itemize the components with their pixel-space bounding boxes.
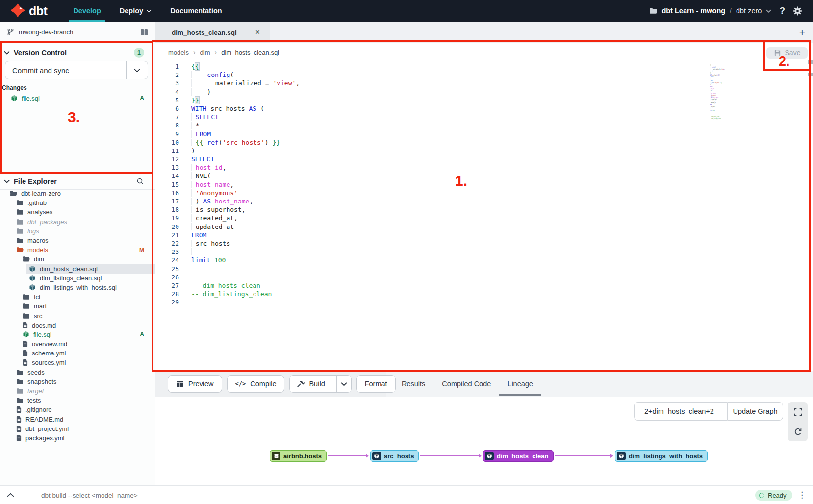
tree-item[interactable]: fct [0,292,155,302]
reset-view-icon[interactable] [788,422,808,441]
code-line[interactable]: 26 [155,273,813,281]
scrollbar-mark [808,73,813,76]
update-graph-button[interactable]: Update Graph [727,402,783,421]
tree-item[interactable]: tests [0,396,155,405]
tree-item[interactable]: overview.md [0,339,155,349]
code-line[interactable]: 12SELECT [155,155,813,163]
tree-item[interactable]: dbt_packages [0,217,155,227]
tree-item[interactable]: src [0,311,155,320]
tree-item[interactable]: snapshots [0,377,155,386]
chevron-up-icon[interactable] [7,493,14,497]
tab-lineage[interactable]: Lineage [508,371,533,397]
tree-item[interactable]: mart [0,302,155,311]
tree-item[interactable]: dim_listings_clean.sql [0,274,155,283]
tree-item[interactable]: seeds [0,368,155,377]
help-button[interactable]: ? [778,5,786,16]
code-line[interactable]: 22 src_hosts [155,239,813,248]
code-line[interactable]: 10 {{ ref('src_hosts') }} [155,138,813,147]
code-line[interactable]: 17 ) AS host_name, [155,197,813,205]
code-line[interactable]: 27-- dim_hosts_clean [155,281,813,290]
tree-item[interactable]: modelsM [0,245,155,254]
tree-item[interactable]: packages.yml [0,433,155,443]
preview-button[interactable]: Preview [168,375,222,393]
minimap[interactable]: {{ config( materialized = 'view', )}}WIT… [710,64,727,124]
tree-item[interactable]: .github [0,198,155,207]
code-line[interactable]: 25 [155,265,813,273]
tree-item[interactable]: file.sqlA [0,330,155,339]
chevron-down-icon[interactable] [4,179,10,183]
build-button[interactable]: Build [289,375,351,393]
code-line[interactable]: 23 [155,248,813,256]
command-input[interactable] [41,488,384,503]
changed-file[interactable]: file.sqlA [0,93,155,103]
save-icon [774,50,781,57]
new-tab-button[interactable]: + [791,26,813,38]
node-label: dim_listings_with_hosts [629,453,703,460]
tree-item[interactable]: macros [0,236,155,245]
line-number: 9 [155,130,179,138]
code-line[interactable]: 19 created_at, [155,214,813,222]
code-line[interactable]: 16 'Anonymous' [155,189,813,197]
breadcrumb-item[interactable]: models [168,49,189,56]
code-line[interactable]: 13 host_id, [155,163,813,172]
tree-item[interactable]: logs [0,227,155,236]
tree-item[interactable]: docs.md [0,321,155,330]
code-line[interactable]: 15 host_name, [155,180,813,189]
tree-item[interactable]: dim_hosts_clean.sql [0,264,155,274]
tree-item[interactable]: target [0,386,155,396]
tree-item[interactable]: schema.yml [0,349,155,358]
folder-icon [649,7,657,14]
breadcrumb-item[interactable]: dim [200,49,210,56]
chevron-down-icon[interactable] [4,51,10,55]
lineage-node[interactable]: src_hosts [370,450,419,462]
divider [22,490,22,501]
tree-item[interactable]: dim [0,254,155,264]
kebab-menu-icon[interactable]: ⋮ [798,490,806,501]
open-docs-icon[interactable] [140,29,148,36]
tree-item[interactable]: sources.yml [0,358,155,367]
lineage-node[interactable]: dim_hosts_clean [483,450,554,462]
code-line[interactable]: 21FROM [155,231,813,239]
save-button[interactable]: Save [766,47,808,59]
line-number: 4 [155,88,179,96]
gear-icon[interactable] [793,6,802,16]
code-line[interactable]: 29 [155,298,813,306]
version-control-title: Version Control [14,49,130,57]
format-button[interactable]: Format [356,375,396,393]
tab-results[interactable]: Results [402,371,425,397]
chevron-down-icon[interactable] [126,61,148,79]
code-line[interactable]: 11) [155,147,813,155]
chevron-down-icon[interactable] [336,376,351,392]
nav-documentation[interactable]: Documentation [161,0,231,22]
nav-deploy[interactable]: Deploy [110,0,161,22]
search-icon[interactable] [136,177,144,185]
lineage-selector-input[interactable] [634,402,727,421]
dbt-logo[interactable]: dbt [0,0,52,22]
code-line[interactable]: 24limit 100 [155,256,813,264]
project-selector[interactable]: dbt Learn - mwong / dbt zero [649,7,771,15]
tree-item[interactable]: .gitignore [0,405,155,414]
fullscreen-icon[interactable] [788,402,808,422]
code-line[interactable]: 18 is_superhost, [155,205,813,214]
nav-develop[interactable]: Develop [64,0,110,22]
code-line[interactable]: 9 FROM [155,130,813,138]
tree-item[interactable]: dim_listings_with_hosts.sql [0,283,155,292]
lineage-node[interactable]: airbnb.hosts [270,450,327,462]
code-line[interactable]: 28-- dim_listings_clean [155,290,813,298]
commit-and-sync-button[interactable]: Commit and sync [5,61,148,79]
code-line[interactable]: 20 updated_at [155,223,813,231]
tree-item[interactable]: README.md [0,415,155,424]
close-icon[interactable]: × [255,28,260,36]
compile-button[interactable]: </>Compile [227,375,285,393]
model-icon [29,275,36,281]
tree-item[interactable]: dbt_project.yml [0,424,155,433]
tree-item[interactable]: dbt-learn-zero [0,189,155,198]
tab-compiled-code[interactable]: Compiled Code [442,371,491,397]
tree-item[interactable]: analyses [0,207,155,217]
tab-dim-hosts-clean[interactable]: dim_hosts_clean.sql × [155,22,270,43]
tab-title: dim_hosts_clean.sql [172,29,237,36]
breadcrumb-item[interactable]: dim_hosts_clean.sql [221,49,279,56]
file-icon [23,341,28,347]
code-line[interactable]: 14 NVL( [155,172,813,180]
lineage-node[interactable]: dim_listings_with_hosts [615,450,708,462]
